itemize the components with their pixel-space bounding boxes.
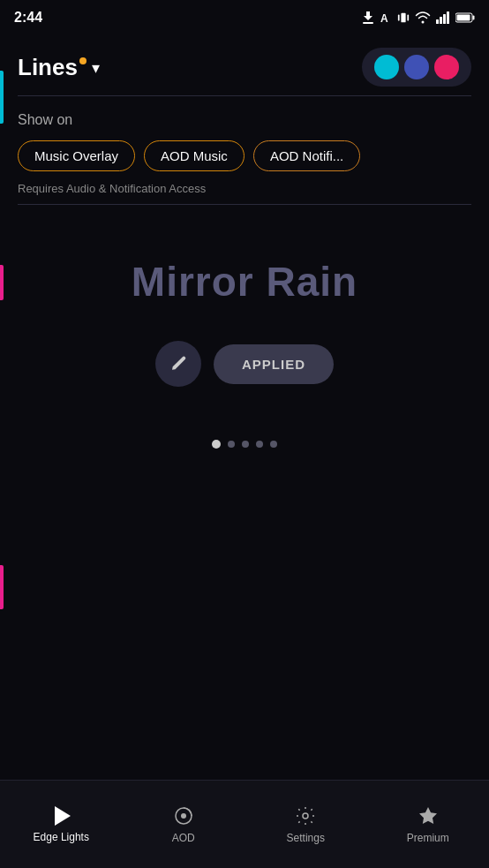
pagination [212,440,277,449]
section-divider [18,204,471,205]
nav-item-edge-lights[interactable]: Edge Lights [0,797,123,852]
svg-rect-2 [401,13,405,23]
theme-preview: Mirror Rain APPLIED [0,223,489,466]
svg-text:A: A [380,12,388,25]
color-circle-pink [434,55,459,79]
svg-rect-11 [457,15,470,21]
settings-icon [295,805,316,826]
header-dot-indicator [79,57,87,64]
app-title: Lines [18,54,78,81]
signal-icon [436,11,450,24]
nav-item-premium[interactable]: Premium [367,796,490,853]
svg-point-14 [303,813,308,819]
header: Lines ▾ [0,39,489,95]
svg-rect-4 [407,15,409,21]
chip-aod-music[interactable]: AOD Music [144,140,244,171]
chip-aod-notifi[interactable]: AOD Notifi... [253,140,360,171]
battery-icon [455,12,475,23]
accent-pink2 [0,565,4,609]
nav-label-aod: AOD [172,832,195,844]
svg-rect-5 [436,19,439,24]
pagination-dot-4[interactable] [256,441,263,448]
color-circle-cyan [374,55,399,79]
pagination-dot-3[interactable] [242,441,249,448]
svg-rect-7 [443,14,446,24]
pagination-dot-5[interactable] [270,441,277,448]
svg-rect-3 [398,15,400,21]
color-circle-blue [404,55,429,79]
status-bar: 2:44 A [0,0,489,35]
vibrate-icon [397,11,410,25]
svg-rect-8 [447,11,449,24]
pencil-icon [169,355,187,373]
nav-item-aod[interactable]: AOD [123,796,245,853]
theme-actions: APPLIED [155,341,334,387]
font-icon: A [380,11,392,25]
svg-point-13 [181,813,186,819]
svg-rect-0 [363,22,373,24]
pagination-dot-2[interactable] [228,441,235,448]
show-on-section: Show on Music Overlay AOD Music AOD Noti… [0,96,489,204]
nav-label-edge-lights: Edge Lights [34,831,89,843]
requires-text: Requires Audio & Notification Access [18,182,471,195]
status-icons: A [362,11,475,25]
pagination-dot-1[interactable] [212,440,221,449]
aod-icon [173,805,194,826]
header-title-area[interactable]: Lines ▾ [18,54,100,81]
show-on-label: Show on [18,112,471,128]
nav-label-settings: Settings [287,832,325,844]
applied-button[interactable]: APPLIED [214,344,334,384]
wifi-icon [415,11,431,24]
nav-item-settings[interactable]: Settings [244,796,367,853]
color-circles-button[interactable] [362,48,471,87]
svg-rect-6 [440,17,442,24]
edit-button[interactable] [155,341,201,387]
nav-label-premium: Premium [407,832,449,844]
chip-music-overlay[interactable]: Music Overlay [18,140,135,171]
star-icon [418,805,439,826]
edge-lights-icon [52,806,71,826]
svg-rect-10 [473,16,475,20]
status-time: 2:44 [14,10,42,26]
bottom-nav: Edge Lights AOD Settings Premium [0,780,489,868]
download-icon [362,11,374,25]
header-chevron-icon[interactable]: ▾ [92,58,100,78]
theme-name: Mirror Rain [132,258,357,306]
show-on-chips: Music Overlay AOD Music AOD Notifi... [18,140,471,171]
